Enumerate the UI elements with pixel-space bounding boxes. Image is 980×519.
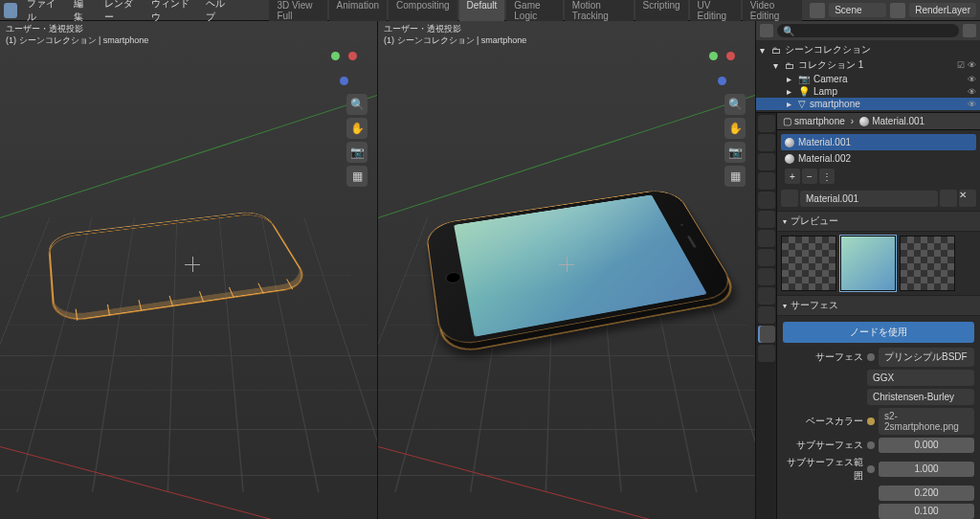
tab-world[interactable] — [758, 192, 775, 209]
material-name-row: Material.001 ✕ — [777, 190, 980, 211]
tab-render[interactable] — [758, 115, 775, 132]
preview-swatch[interactable] — [781, 236, 836, 291]
surface-label: サーフェス — [783, 350, 863, 364]
use-nodes-button[interactable]: ノードを使用 — [783, 322, 974, 343]
remove-slot-button[interactable]: − — [802, 169, 817, 184]
node-socket-icon[interactable] — [867, 353, 875, 361]
filter-icon[interactable] — [963, 24, 976, 37]
node-socket-icon[interactable] — [867, 417, 875, 425]
collection-icon: 🗀 — [771, 45, 781, 56]
tab-texture[interactable] — [758, 345, 775, 362]
ws-animation[interactable]: Animation — [329, 0, 387, 24]
sss-scale-slider[interactable]: 1.000 — [879, 462, 974, 477]
preview-swatch[interactable] — [840, 236, 896, 291]
subsurface-slider[interactable]: 0.000 — [879, 438, 974, 453]
3d-cursor-icon — [559, 257, 574, 272]
camera-icon[interactable]: 📷 — [724, 142, 746, 163]
ws-gamelogic[interactable]: Game Logic — [506, 0, 563, 24]
slot-menu-icon[interactable]: ⋮ — [819, 169, 835, 184]
tab-modifiers[interactable] — [758, 230, 775, 247]
material-unlink-icon[interactable]: ✕ — [959, 190, 976, 207]
panel-preview: ▾プレビュー — [777, 211, 980, 295]
material-slot[interactable]: Material.002 — [781, 150, 976, 167]
panel-surface: ▾サーフェス ノードを使用 サーフェス プリンシプルBSDF GGX — [777, 295, 980, 519]
workspace-tabs: 3D View Full Animation Compositing Defau… — [269, 0, 802, 24]
light-icon: 💡 — [798, 86, 810, 97]
panel-header-preview[interactable]: ▾プレビュー — [777, 212, 980, 232]
subsurface-label: サブサーフェス — [783, 439, 863, 452]
menu-help[interactable]: ヘルプ — [206, 0, 231, 24]
zoom-icon[interactable]: 🔍 — [724, 94, 746, 115]
tree-scene-collection[interactable]: ▾🗀 シーンコレクション — [756, 42, 980, 57]
menu-file[interactable]: ファイル — [27, 0, 60, 24]
editor-type-icon[interactable] — [760, 24, 773, 37]
search-icon: 🔍 — [783, 26, 794, 36]
ws-default[interactable]: Default — [459, 0, 505, 24]
surface-dropdown[interactable]: プリンシプルBSDF — [879, 348, 974, 367]
ws-compositing[interactable]: Compositing — [389, 0, 457, 24]
material-browse-icon[interactable] — [781, 190, 798, 207]
tree-item-lamp[interactable]: ▸ 💡 Lamp 👁 — [756, 85, 980, 98]
ws-videoediting[interactable]: Video Editing — [743, 0, 802, 24]
tab-constraints[interactable] — [758, 287, 775, 305]
topbar-right: Scene RenderLayer — [810, 3, 976, 18]
ws-3dviewfull[interactable]: 3D View Full — [269, 0, 326, 24]
tree-collection[interactable]: ▾ 🗀 コレクション 1 ☑👁 — [756, 57, 980, 73]
tab-material[interactable] — [758, 326, 775, 343]
menu-window[interactable]: ウィンドウ — [151, 0, 193, 24]
material-name-field[interactable]: Material.001 — [800, 191, 938, 207]
scene-field[interactable]: Scene — [829, 3, 886, 17]
outliner-tree: ▾🗀 シーンコレクション ▾ 🗀 コレクション 1 ☑👁 ▸ 📷 Camera … — [756, 40, 980, 112]
panel-header-surface[interactable]: ▾サーフェス — [777, 296, 980, 316]
add-slot-button[interactable]: + — [785, 169, 800, 184]
mesh-icon: ▢ — [783, 116, 791, 126]
tab-scene[interactable] — [758, 172, 775, 190]
ws-uvediting[interactable]: UV Editing — [690, 0, 741, 24]
3d-cursor-icon — [185, 257, 200, 272]
right-pane: 🔍 ▾🗀 シーンコレクション ▾ 🗀 コレクション 1 ☑👁 ▸ — [756, 21, 980, 519]
sss-scale-slider[interactable]: 0.100 — [879, 504, 974, 519]
node-socket-icon[interactable] — [867, 465, 875, 473]
ortho-icon[interactable]: ▦ — [724, 166, 746, 187]
camera-icon[interactable]: 📷 — [346, 142, 368, 163]
viewport-overlay-text: ユーザー・透視投影 (1) シーンコレクション | smartphone — [384, 23, 526, 46]
node-socket-icon[interactable] — [867, 441, 875, 449]
properties-tabs — [756, 113, 777, 519]
main: ユーザー・透視投影 (1) シーンコレクション | smartphone 🔍 ✋… — [0, 21, 980, 519]
tab-object[interactable] — [758, 211, 775, 228]
properties-body: ▢smartphone › Material.001 Material.001 … — [777, 113, 980, 519]
viewport-left[interactable]: ユーザー・透視投影 (1) シーンコレクション | smartphone 🔍 ✋… — [0, 21, 378, 519]
ws-scripting[interactable]: Scripting — [635, 0, 688, 24]
tab-output[interactable] — [758, 134, 775, 151]
ws-motiontracking[interactable]: Motion Tracking — [565, 0, 634, 24]
tab-particles[interactable] — [758, 249, 775, 266]
material-slot[interactable]: Material.001 — [781, 134, 976, 150]
zoom-icon[interactable]: 🔍 — [346, 94, 368, 115]
renderlayer-field[interactable]: RenderLayer — [909, 3, 976, 17]
tree-item-smartphone[interactable]: ▸ ▽ smartphone 👁 — [756, 98, 980, 110]
basecolor-link[interactable]: s2-2smartphone.png — [879, 408, 974, 435]
nav-gizmo[interactable] — [322, 44, 368, 90]
tab-viewlayer[interactable] — [758, 153, 775, 170]
outliner-search[interactable]: 🔍 — [777, 24, 959, 37]
tab-physics[interactable] — [758, 268, 775, 285]
menu-edit[interactable]: 編集 — [74, 0, 90, 24]
collection-icon: 🗀 — [785, 60, 794, 71]
tab-data[interactable] — [758, 306, 775, 324]
renderlayer-icon[interactable] — [890, 3, 905, 18]
sss-method-dropdown[interactable]: Christensen-Burley — [867, 389, 974, 405]
pan-icon[interactable]: ✋ — [346, 118, 368, 139]
pan-icon[interactable]: ✋ — [724, 118, 746, 139]
material-slot-list: Material.001 Material.002 + − ⋮ — [777, 130, 980, 190]
ortho-icon[interactable]: ▦ — [346, 166, 368, 187]
preview-swatch[interactable] — [900, 236, 955, 291]
distribution-dropdown[interactable]: GGX — [867, 370, 974, 386]
properties: ▢smartphone › Material.001 Material.001 … — [756, 113, 980, 519]
menu-render[interactable]: レンダー — [104, 0, 138, 24]
viewport-right[interactable]: ユーザー・透視投影 (1) シーンコレクション | smartphone 🔍 ✋… — [378, 21, 755, 519]
material-users-icon[interactable] — [940, 190, 957, 207]
tree-item-camera[interactable]: ▸ 📷 Camera 👁 — [756, 73, 980, 85]
sss-scale-slider[interactable]: 0.200 — [879, 485, 974, 501]
scene-icon[interactable] — [810, 3, 825, 18]
nav-gizmo[interactable] — [700, 44, 746, 90]
